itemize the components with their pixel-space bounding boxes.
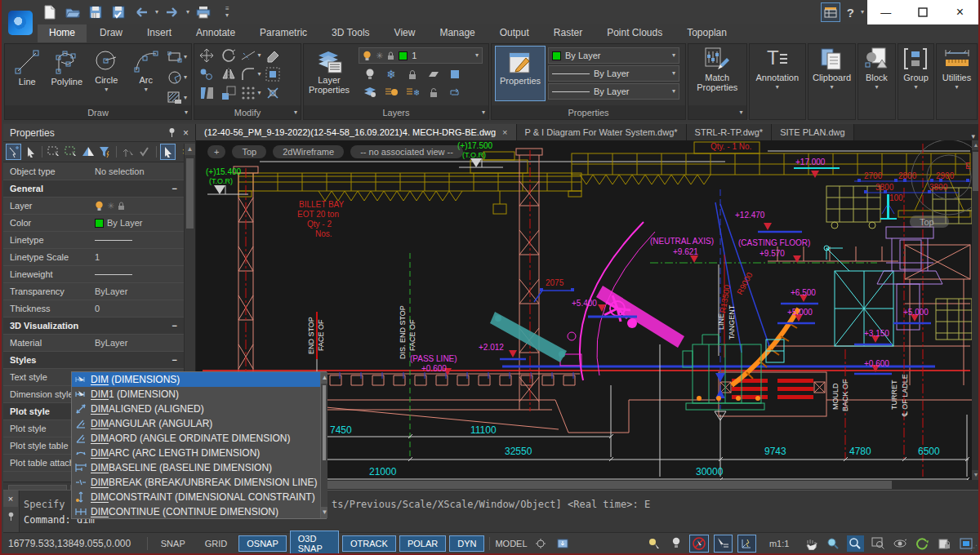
tab-list-dropdown-icon[interactable]: ▾ bbox=[964, 132, 980, 140]
save-icon[interactable] bbox=[87, 3, 105, 21]
scale-icon[interactable] bbox=[218, 84, 239, 102]
rotate-icon[interactable] bbox=[218, 47, 239, 64]
ucs-axis-icon[interactable] bbox=[737, 535, 756, 553]
hatch-dropdown-icon[interactable]: ▾ bbox=[184, 95, 187, 101]
fillet-dropdown-icon[interactable]: ▾ bbox=[257, 71, 261, 78]
redo-dropdown-icon[interactable]: ▾ bbox=[186, 9, 189, 16]
associated-view-button[interactable]: -- no associated view -- bbox=[350, 145, 463, 158]
zoom-out-icon[interactable] bbox=[825, 535, 842, 552]
autocomplete-item-dimaligned[interactable]: DIMALIGNED (ALIGNED) bbox=[72, 402, 320, 416]
open-file-icon[interactable] bbox=[64, 3, 82, 21]
autocomplete-item-dimcontinue[interactable]: DIMCONTINUE (CONTINUE DIMENSION) bbox=[72, 504, 320, 519]
arc-dropdown-icon[interactable]: ▾ bbox=[145, 87, 148, 93]
add-viewport-button[interactable]: + bbox=[207, 145, 225, 158]
property-row-material[interactable]: MaterialByLayer bbox=[3, 335, 184, 352]
block-button[interactable]: Block▾ bbox=[858, 44, 895, 104]
bulb-icon[interactable] bbox=[95, 201, 104, 211]
ribbon-tab-point-clouds[interactable]: Point Clouds bbox=[595, 24, 674, 42]
document-tab[interactable]: SITE PLAN.dwg bbox=[772, 124, 853, 140]
property-row-lineweight[interactable]: Lineweight bbox=[3, 266, 184, 283]
annotation-button[interactable]: T Annotation▾ bbox=[750, 44, 806, 104]
linetype-combo[interactable]: By Layer▾ bbox=[548, 65, 679, 82]
autocomplete-item-dimbreak[interactable]: DIMBREAK (BREAK/UNBREAK DIMENSION LINE) bbox=[72, 475, 320, 490]
autocomplete-item-dim[interactable]: DIM (DIMENSIONS) bbox=[72, 372, 320, 387]
layer-current-icon[interactable] bbox=[444, 65, 466, 83]
array-icon[interactable]: ▾ bbox=[240, 84, 261, 102]
close-panel-icon[interactable]: × bbox=[183, 127, 189, 139]
pointer-icon[interactable] bbox=[160, 144, 176, 160]
modify-panel-caption[interactable]: Modify▾ bbox=[194, 105, 301, 119]
color-combo[interactable]: By Layer▾ bbox=[548, 47, 679, 64]
resize-grip[interactable]: ⋰ bbox=[970, 544, 978, 552]
ribbon-tab-raster[interactable]: Raster bbox=[542, 24, 594, 42]
ribbon-tab-draw[interactable]: Draw bbox=[88, 24, 134, 42]
array-dropdown-icon[interactable]: ▾ bbox=[257, 90, 261, 96]
autocomplete-item-dimbaseline[interactable]: DIMBASELINE (BASELINE DIMENSION) bbox=[72, 460, 320, 475]
pin-icon[interactable] bbox=[167, 127, 176, 137]
confirm-select-icon[interactable] bbox=[137, 144, 153, 160]
thaw-all-icon[interactable]: ❄ bbox=[402, 83, 423, 101]
layers-panel-caption[interactable]: Layers▾ bbox=[304, 105, 488, 119]
property-row-linetype[interactable]: Linetype bbox=[3, 232, 184, 249]
circle-dropdown-icon[interactable]: ▾ bbox=[105, 87, 108, 93]
layer-on-icon[interactable] bbox=[359, 65, 381, 83]
stretch-icon[interactable] bbox=[196, 84, 217, 102]
window-select-icon[interactable] bbox=[46, 144, 61, 160]
visual-style-button[interactable]: 2dWireframe bbox=[273, 145, 344, 158]
filter-selection-icon[interactable] bbox=[97, 144, 113, 160]
model-space-label[interactable]: MODEL bbox=[495, 539, 527, 548]
toggle-otrack[interactable]: OTRACK bbox=[342, 535, 396, 552]
toggle-osnap[interactable]: OSNAP bbox=[238, 535, 287, 552]
pin-command-icon[interactable] bbox=[7, 512, 15, 521]
close-command-icon[interactable]: × bbox=[3, 491, 18, 507]
property-row-linetype-scale[interactable]: Linetype Scale1 bbox=[3, 249, 184, 266]
toggle-polar[interactable]: POLAR bbox=[399, 535, 446, 552]
autocomplete-item-dimaord[interactable]: DIMAORD (ANGLE ORDINATE DIMENSION) bbox=[72, 431, 320, 446]
property-row-styles[interactable]: Styles− bbox=[3, 352, 184, 369]
lock-icon[interactable] bbox=[118, 202, 125, 211]
rectangle-dropdown-icon[interactable]: ▾ bbox=[184, 54, 187, 60]
ribbon-tab-parametric[interactable]: Parametric bbox=[248, 24, 318, 42]
no-selection-icon[interactable] bbox=[689, 535, 708, 553]
regen-icon[interactable] bbox=[913, 535, 930, 552]
autocomplete-item-dimangular[interactable]: DIMANGULAR (ANGULAR) bbox=[72, 416, 320, 431]
vertical-scrollbar[interactable]: ▲▼ bbox=[972, 140, 980, 480]
autocomplete-item-dimarc[interactable]: DIMARC (ARC LENGTH DIMENSION) bbox=[72, 446, 320, 460]
view-name-button[interactable]: Top bbox=[232, 145, 266, 158]
ribbon-tab-3d-tools[interactable]: 3D Tools bbox=[320, 24, 381, 42]
autocomplete-item-dim1[interactable]: DIM1 (DIMENSION) bbox=[72, 387, 320, 402]
toggle-dyn[interactable]: DYN bbox=[449, 535, 484, 552]
isolate-lamp-cursor-icon[interactable] bbox=[645, 535, 662, 552]
crossing-select-icon[interactable] bbox=[63, 144, 78, 160]
copy-icon[interactable] bbox=[196, 65, 217, 83]
undo-dropdown-icon[interactable]: ▾ bbox=[155, 9, 158, 16]
move-icon[interactable] bbox=[196, 47, 217, 64]
ribbon-tab-insert[interactable]: Insert bbox=[136, 24, 183, 42]
trim-dropdown-icon[interactable]: ▾ bbox=[257, 52, 261, 59]
explode-icon[interactable] bbox=[262, 84, 283, 102]
match-panel-caption[interactable]: ▾ bbox=[688, 105, 746, 119]
toggle-o3d-snap[interactable]: O3D SNAP bbox=[290, 531, 339, 555]
utilities-button[interactable]: Utilities▾ bbox=[937, 44, 977, 104]
erase-icon[interactable] bbox=[262, 47, 283, 64]
fillet-icon[interactable]: ▾ bbox=[240, 65, 261, 83]
redo-icon[interactable] bbox=[163, 3, 181, 21]
layer-select-combo[interactable]: ✳ 1 ▾ bbox=[359, 47, 483, 64]
quad-cursor-icon[interactable] bbox=[714, 535, 733, 553]
offset-icon[interactable] bbox=[262, 65, 283, 83]
rectangle-button[interactable]: ▾ bbox=[167, 48, 188, 66]
undo-icon[interactable] bbox=[132, 3, 150, 21]
properties-panel-caption[interactable]: Properties bbox=[492, 105, 685, 119]
layout-lock-icon[interactable] bbox=[936, 535, 953, 552]
properties-toggle-button[interactable]: Properties bbox=[495, 46, 546, 101]
select-icon[interactable] bbox=[23, 144, 38, 160]
layer-states-icon[interactable] bbox=[359, 83, 381, 101]
lineweight-combo[interactable]: By Layer▾ bbox=[548, 83, 679, 100]
clipboard-button[interactable]: Clipboard▾ bbox=[808, 44, 855, 104]
ribbon-tab-view[interactable]: View bbox=[383, 24, 427, 42]
workspace-icon[interactable] bbox=[821, 2, 840, 22]
group-button[interactable]: Group▾ bbox=[898, 44, 933, 104]
ribbon-tab-topoplan[interactable]: Topoplan bbox=[675, 24, 738, 42]
help-dropdown-icon[interactable]: ▾ bbox=[861, 9, 864, 16]
minimize-button[interactable]: — bbox=[867, 0, 904, 24]
